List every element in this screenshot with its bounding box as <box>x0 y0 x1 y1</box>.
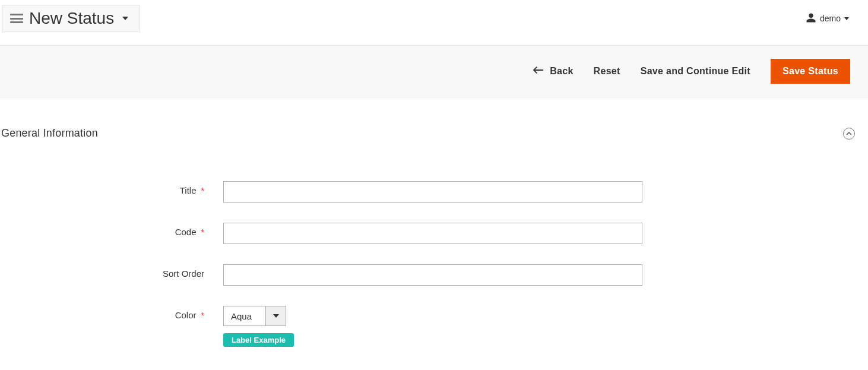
save-button[interactable]: Save Status <box>771 59 850 84</box>
code-input[interactable] <box>223 223 642 244</box>
color-value: Aqua <box>224 306 265 325</box>
save-continue-button[interactable]: Save and Continue Edit <box>641 66 750 77</box>
color-label: Color <box>175 310 197 320</box>
reset-button[interactable]: Reset <box>594 66 620 77</box>
save-continue-label: Save and Continue Edit <box>641 66 750 77</box>
action-bar: Back Reset Save and Continue Edit Save S… <box>0 45 868 97</box>
sort-order-label: Sort Order <box>163 268 204 279</box>
back-label: Back <box>550 66 573 77</box>
collapse-section-button[interactable] <box>843 128 855 140</box>
reset-label: Reset <box>594 66 620 77</box>
back-button[interactable]: Back <box>533 66 573 77</box>
chevron-up-icon <box>846 132 852 135</box>
color-select[interactable]: Aqua <box>223 306 286 326</box>
color-example-badge: Label Example <box>223 333 294 347</box>
section-title: General Information <box>1 127 98 140</box>
caret-down-icon <box>122 17 128 20</box>
page-title-dropdown[interactable]: New Status <box>2 5 140 32</box>
caret-down-icon <box>273 314 279 318</box>
caret-down-icon <box>844 17 849 20</box>
page-title: New Status <box>29 9 114 28</box>
hamburger-icon <box>10 14 23 23</box>
arrow-left-icon <box>533 66 544 77</box>
code-label: Code <box>175 227 197 237</box>
user-icon <box>806 12 816 25</box>
title-label: Title <box>180 185 197 195</box>
sort-order-input[interactable] <box>223 264 642 286</box>
required-star: * <box>201 311 204 320</box>
required-star: * <box>201 227 204 237</box>
color-dropdown-button[interactable] <box>265 306 286 325</box>
title-input[interactable] <box>223 181 642 203</box>
user-menu[interactable]: demo <box>806 12 849 25</box>
required-star: * <box>201 186 204 195</box>
user-name: demo <box>820 14 841 23</box>
